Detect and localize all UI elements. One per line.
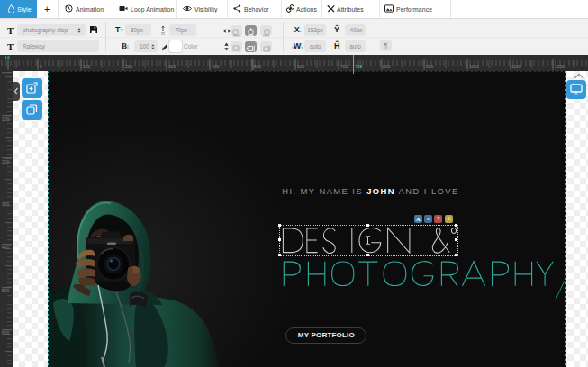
svg-text:HI. MY NAME IS JOHN AND I LOVE: HI. MY NAME IS JOHN AND I LOVE: [282, 186, 459, 196]
